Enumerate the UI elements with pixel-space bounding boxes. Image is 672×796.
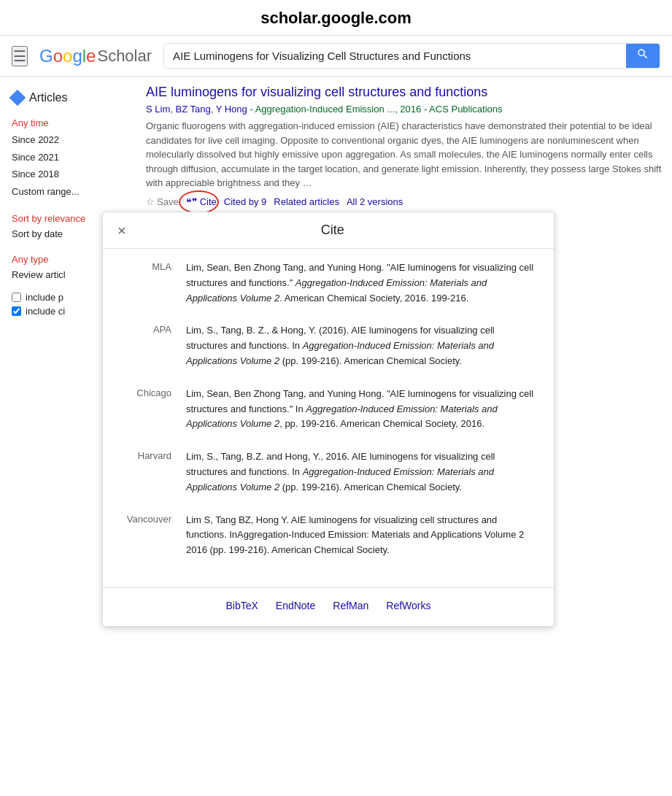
diamond-icon: [9, 90, 26, 107]
scholar-logo-text: Scholar: [97, 47, 152, 66]
modal-header: × Cite: [103, 212, 554, 249]
author-bz-tang[interactable]: BZ Tang: [175, 104, 210, 115]
author-s-lim[interactable]: S Lim: [146, 104, 170, 115]
refman-link[interactable]: RefMan: [333, 600, 368, 611]
articles-label: Articles: [29, 91, 67, 104]
include-patents-label: include p: [26, 292, 63, 303]
include-patents-checkbox[interactable]: [12, 293, 21, 302]
result-actions: ☆ Save ❝❞ Cite Cited by 9 Related articl…: [146, 196, 672, 208]
cite-mla-text: Lim, Sean, Ben Zhong Tang, and Yuning Ho…: [186, 260, 536, 306]
google-logo: Google: [39, 46, 96, 66]
search-button[interactable]: [626, 44, 660, 68]
search-icon: [636, 47, 649, 61]
modal-title: Cite: [126, 223, 539, 238]
cite-harvard-text: Lim, S., Tang, B.Z. and Hong, Y., 2016. …: [186, 449, 536, 495]
cite-vancouver-row: Vancouver Lim S, Tang BZ, Hong Y. AIE lu…: [120, 513, 536, 558]
cite-harvard-label: Harvard: [120, 449, 171, 495]
search-bar: [163, 43, 660, 69]
cite-mla-row: MLA Lim, Sean, Ben Zhong Tang, and Yunin…: [120, 260, 536, 306]
modal-footer: BibTeX EndNote RefMan RefWorks: [103, 587, 554, 626]
articles-section: Articles: [12, 91, 127, 104]
any-time-filter[interactable]: Any time: [12, 117, 127, 128]
since-2022-filter[interactable]: Since 2022: [12, 131, 127, 149]
cite-modal: × Cite MLA Lim, Sean, Ben Zhong Tang, an…: [102, 212, 555, 627]
cite-apa-text: Lim, S., Tang, B. Z., & Hong, Y. (2016).…: [186, 323, 536, 368]
cite-vancouver-label: Vancouver: [120, 513, 171, 558]
cite-chicago-text: Lim, Sean, Ben Zhong Tang, and Yuning Ho…: [186, 387, 536, 432]
cite-wrapper: ❝❞ Cite: [186, 196, 217, 208]
cite-chicago-row: Chicago Lim, Sean, Ben Zhong Tang, and Y…: [120, 387, 536, 432]
content-area: AIE luminogens for visualizing cell stru…: [139, 84, 672, 327]
domain-bar: scholar.google.com: [0, 0, 672, 36]
cite-vancouver-text: Lim S, Tang BZ, Hong Y. AIE luminogens f…: [186, 513, 536, 558]
cited-by-link[interactable]: Cited by 9: [224, 196, 267, 207]
hamburger-menu[interactable]: ☰: [12, 46, 28, 66]
domain-text: scholar.google.com: [260, 9, 412, 27]
logo: Google Scholar: [39, 46, 152, 66]
cite-mla-label: MLA: [120, 260, 171, 306]
time-filter-section: Any time Since 2022 Since 2021 Since 201…: [12, 117, 127, 200]
quote-icon: ❝❞: [186, 196, 198, 208]
since-2021-filter[interactable]: Since 2021: [12, 149, 127, 166]
result-item: AIE luminogens for visualizing cell stru…: [146, 84, 672, 208]
search-input[interactable]: [164, 44, 626, 68]
include-citations-checkbox[interactable]: [12, 306, 21, 316]
related-articles-link[interactable]: Related articles: [274, 196, 339, 207]
cite-button[interactable]: Cite: [200, 196, 217, 207]
main-layout: Articles Any time Since 2022 Since 2021 …: [0, 77, 672, 334]
custom-range-filter[interactable]: Custom range...: [12, 183, 127, 201]
result-snippet: Organic fluorogens with aggregation-indu…: [146, 119, 672, 190]
cite-apa-label: APA: [120, 323, 171, 368]
save-star-icon[interactable]: ☆ Save: [146, 196, 179, 207]
author-y-hong[interactable]: Y Hong: [216, 104, 247, 115]
cite-chicago-label: Chicago: [120, 387, 171, 432]
result-source: - Aggregation-Induced Emission ..., 2016…: [250, 104, 502, 115]
cite-harvard-row: Harvard Lim, S., Tang, B.Z. and Hong, Y.…: [120, 449, 536, 495]
since-2018-filter[interactable]: Since 2018: [12, 166, 127, 183]
refworks-link[interactable]: RefWorks: [386, 600, 430, 611]
save-label: Save: [157, 196, 179, 207]
modal-close-button[interactable]: ×: [117, 223, 126, 238]
include-citations-label: include ci: [26, 306, 65, 317]
header: ☰ Google Scholar: [0, 36, 672, 77]
result-authors: S Lim, BZ Tang, Y Hong - Aggregation-Ind…: [146, 104, 672, 115]
cite-apa-row: APA Lim, S., Tang, B. Z., & Hong, Y. (20…: [120, 323, 536, 368]
result-title[interactable]: AIE luminogens for visualizing cell stru…: [146, 84, 672, 101]
bibtex-link[interactable]: BibTeX: [225, 600, 258, 611]
endnote-link[interactable]: EndNote: [276, 600, 315, 611]
modal-body: MLA Lim, Sean, Ben Zhong Tang, and Yunin…: [103, 249, 554, 587]
all-versions-link[interactable]: All 2 versions: [347, 196, 403, 207]
